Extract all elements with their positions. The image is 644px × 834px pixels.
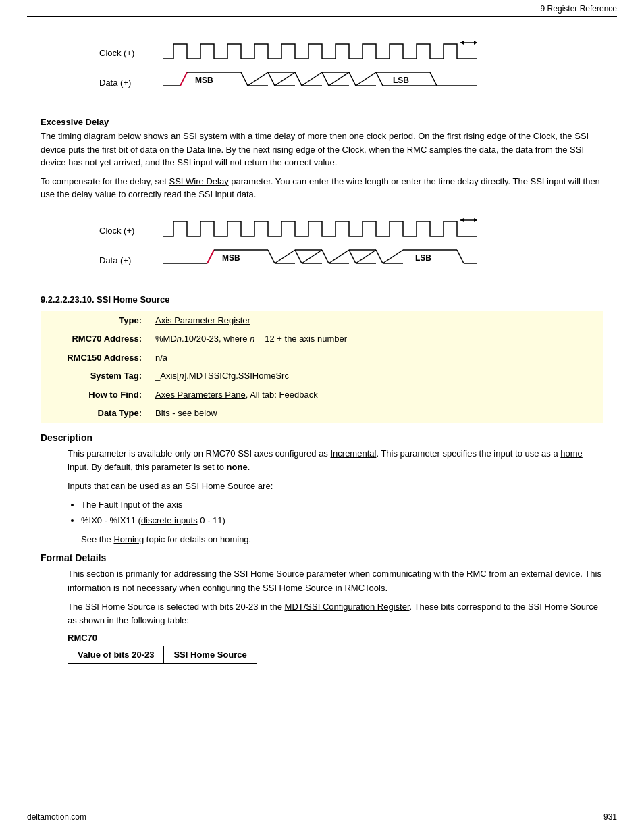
svg-line-26 xyxy=(356,72,376,86)
rmc150-addr-label: RMC150 Address: xyxy=(41,348,149,367)
table-row: Type: Axis Parameter Register xyxy=(41,311,603,330)
svg-text:MSB: MSB xyxy=(195,76,213,85)
svg-text:Data (+): Data (+) xyxy=(99,255,131,265)
type-value: Axis Parameter Register xyxy=(149,311,603,330)
svg-line-42 xyxy=(295,250,302,263)
svg-line-58 xyxy=(457,250,464,263)
rmc70-label: RMC70 xyxy=(68,633,603,643)
table-row: Data Type: Bits - see below xyxy=(41,404,603,423)
svg-line-6 xyxy=(180,72,187,86)
how-to-find-value: Axes Parameters Pane, All tab: Feedback xyxy=(149,386,603,405)
home-link[interactable]: home xyxy=(560,448,583,459)
homing-link[interactable]: Homing xyxy=(113,534,144,544)
header-title: 9 Register Reference xyxy=(541,4,617,14)
svg-line-18 xyxy=(322,72,329,86)
bullet-list: The Fault Input of the axis %IX0 - %IX11… xyxy=(68,498,603,527)
svg-line-12 xyxy=(248,72,268,86)
table-row: RMC150 Address: n/a xyxy=(41,348,603,367)
svg-line-54 xyxy=(356,250,376,263)
system-tag-label: System Tag: xyxy=(41,367,149,386)
value-table: Value of bits 20-23 SSI Home Source xyxy=(68,646,257,664)
footer-page-number: 931 xyxy=(603,812,617,822)
svg-text:LSB: LSB xyxy=(393,76,409,85)
svg-line-16 xyxy=(275,72,295,86)
header-text: 9 Register Reference xyxy=(0,0,644,16)
list-item: %IX0 - %IX11 (discrete inputs 0 - 11) xyxy=(81,514,603,527)
svg-line-25 xyxy=(376,72,383,86)
svg-text:LSB: LSB xyxy=(415,253,431,263)
timing-diagram-2: Clock (+) Data (+) MSB xyxy=(99,208,545,282)
mdt-ssi-config-link[interactable]: MDT/SSI Configuration Register xyxy=(285,602,410,612)
svg-line-52 xyxy=(376,250,383,263)
table-row: RMC70 Address: %MDn.10/20-23, where n = … xyxy=(41,330,603,348)
page: 9 Register Reference Clock (+) Data (+) xyxy=(0,0,644,834)
format-details-heading: Format Details xyxy=(41,552,603,563)
footer-website: deltamotion.com xyxy=(27,812,86,822)
svg-line-57 xyxy=(383,250,403,263)
system-tag-value: _Axis[n].MDTSSICfg.SSIHomeSrc xyxy=(149,367,603,386)
svg-line-49 xyxy=(349,250,356,263)
svg-line-40 xyxy=(268,250,275,263)
diagram2-area: Clock (+) Data (+) MSB xyxy=(41,208,603,282)
rmc150-addr-value: n/a xyxy=(149,348,603,367)
rmc70-addr-value: %MDn.10/20-23, where n = 12 + the axis n… xyxy=(149,330,603,348)
svg-line-23 xyxy=(329,72,349,86)
list-item: The Fault Input of the axis xyxy=(81,498,603,512)
svg-line-21 xyxy=(349,72,356,86)
format-details-para2: The SSI Home Source is selected with bit… xyxy=(68,600,603,627)
rmc70-addr-label: RMC70 Address: xyxy=(41,330,149,348)
ssi-wire-delay-link[interactable]: SSI Wire Delay xyxy=(169,176,229,186)
svg-line-28 xyxy=(430,72,437,86)
excessive-delay-para2: To compensate for the delay, set SSI Wir… xyxy=(41,175,603,201)
svg-text:Data (+): Data (+) xyxy=(99,78,131,88)
diagram1-area: Clock (+) Data (+) MSB xyxy=(41,30,603,105)
svg-line-45 xyxy=(322,250,329,263)
how-to-find-label: How to Find: xyxy=(41,386,149,405)
footer: deltamotion.com 931 xyxy=(0,808,644,822)
axes-parameters-pane-link[interactable]: Axes Parameters Pane xyxy=(155,390,246,400)
col-header-ssi: SSI Home Source xyxy=(164,646,257,663)
svg-line-19 xyxy=(302,72,322,86)
svg-text:MSB: MSB xyxy=(222,253,240,263)
data-type-value: Bits - see below xyxy=(149,404,603,423)
incremental-link[interactable]: Incremental xyxy=(330,448,376,459)
table-row: System Tag: _Axis[n].MDTSSICfg.SSIHomeSr… xyxy=(41,367,603,386)
timing-diagram-1: Clock (+) Data (+) MSB xyxy=(99,30,545,105)
type-label: Type: xyxy=(41,311,149,330)
svg-marker-35 xyxy=(474,218,477,222)
discrete-inputs-link[interactable]: discrete inputs xyxy=(141,515,198,525)
svg-line-37 xyxy=(207,250,214,263)
excessive-delay-heading: Excessive Delay xyxy=(41,117,603,127)
table-row: Value of bits 20-23 SSI Home Source xyxy=(68,646,257,663)
section-heading-9-2-2-2-23-10: 9.2.2.2.23.10. SSI Home Source xyxy=(41,294,603,305)
svg-line-50 xyxy=(329,250,349,263)
table-row: How to Find: Axes Parameters Pane, All t… xyxy=(41,386,603,405)
excessive-delay-para1: The timing diagram below shows an SSI sy… xyxy=(41,130,603,170)
svg-marker-4 xyxy=(474,41,477,45)
axis-parameter-register-link[interactable]: Axis Parameter Register xyxy=(155,315,250,325)
description-heading: Description xyxy=(41,432,603,443)
svg-line-47 xyxy=(302,250,322,263)
format-details-para1: This section is primarily for addressing… xyxy=(68,567,603,594)
data-type-label: Data Type: xyxy=(41,404,149,423)
info-table: Type: Axis Parameter Register RMC70 Addr… xyxy=(41,311,603,423)
col-header-value: Value of bits 20-23 xyxy=(68,646,164,663)
svg-marker-3 xyxy=(460,41,464,45)
description-para2: Inputs that can be used as an SSI Home S… xyxy=(68,479,603,493)
main-content: Clock (+) Data (+) MSB xyxy=(0,17,644,691)
svg-line-14 xyxy=(295,72,302,86)
svg-marker-34 xyxy=(460,218,464,222)
svg-text:Clock (+): Clock (+) xyxy=(99,48,134,58)
description-para1: This parameter is available only on RMC7… xyxy=(68,447,603,474)
fault-input-link[interactable]: Fault Input xyxy=(99,500,140,510)
svg-line-9 xyxy=(241,72,248,86)
sub-para-homing: See the Homing topic for details on homi… xyxy=(81,533,603,546)
svg-line-11 xyxy=(268,72,275,86)
svg-line-43 xyxy=(275,250,295,263)
svg-text:Clock (+): Clock (+) xyxy=(99,226,134,236)
